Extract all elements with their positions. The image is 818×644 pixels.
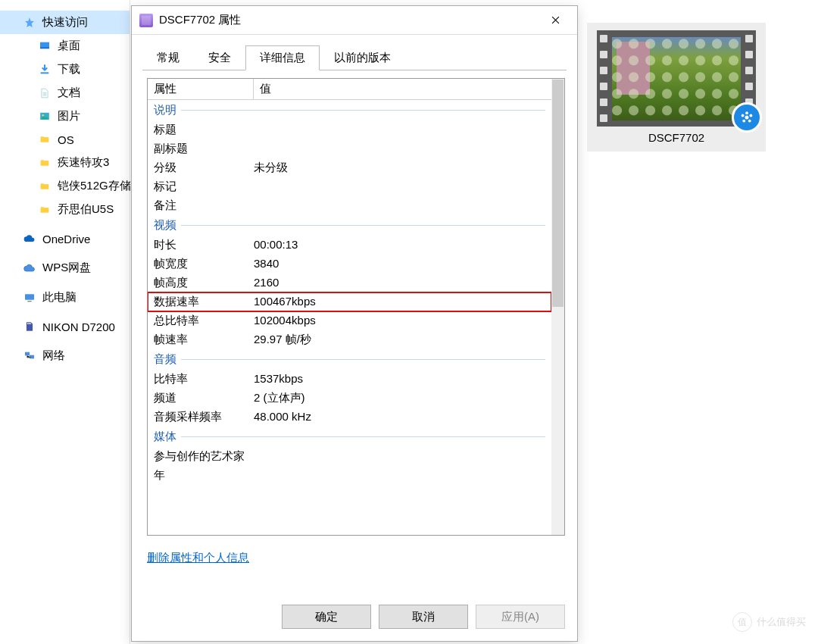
sidebar-wps[interactable]: WPS网盘 [0,256,130,280]
sidebar-item[interactable]: 桌面 [0,34,130,58]
svg-point-11 [750,114,753,117]
property-row[interactable]: 帧速率29.97 帧/秒 [148,330,551,349]
sidebar-item[interactable]: 铠侠512G存储 [0,174,130,198]
sidebar-label: WPS网盘 [42,261,91,275]
svg-rect-5 [25,294,34,299]
tab[interactable]: 详细信息 [245,45,320,70]
property-value: 00:00:13 [254,238,545,252]
svg-point-4 [42,114,44,116]
properties-list: 说明标题副标题分级未分级标记备注视频时长00:00:13帧宽度3840帧高度21… [148,100,551,535]
svg-point-14 [742,114,745,117]
property-row[interactable]: 时长00:00:13 [148,236,551,255]
property-label: 标记 [154,180,254,194]
sidebar-nikon[interactable]: NIKON D7200 [0,315,130,338]
svg-point-13 [742,120,745,123]
property-row[interactable]: 标题 [148,120,551,139]
property-label: 副标题 [154,142,254,156]
sidebar-item[interactable]: OS [0,128,130,151]
svg-rect-1 [40,47,49,48]
cancel-button[interactable]: 取消 [379,605,468,629]
property-label: 数据速率 [154,295,254,309]
property-label: 帧速率 [154,333,254,347]
sidebar-item[interactable]: 乔思伯U5S [0,198,130,221]
sidebar-label: OneDrive [42,233,90,245]
tab[interactable]: 以前的版本 [320,45,405,70]
property-value: 2 (立体声) [254,391,545,405]
property-row[interactable]: 频道2 (立体声) [148,389,551,408]
svg-rect-8 [30,355,34,358]
sidebar-onedrive[interactable]: OneDrive [0,227,130,250]
property-row[interactable]: 帧宽度3840 [148,255,551,274]
video-thumbnail-icon [597,30,756,127]
property-label: 频道 [154,391,254,405]
pc-icon [23,291,36,305]
property-row[interactable]: 参与创作的艺术家 [148,447,551,466]
close-icon [551,16,560,24]
property-value: 102004kbps [254,314,545,328]
property-label: 时长 [154,238,254,252]
property-value: 48.000 kHz [254,410,545,424]
property-row[interactable]: 比特率1537kbps [148,370,551,389]
ok-button[interactable]: 确定 [282,605,371,629]
folder-icon [38,203,52,217]
properties-dialog: DSCF7702 属性 常规安全详细信息以前的版本 属性 值 说明标题副标题分级… [131,5,578,642]
watermark: 值 什么值得买 [732,612,806,632]
property-row[interactable]: 数据速率100467kbps [148,292,551,311]
property-row[interactable]: 音频采样频率48.000 kHz [148,408,551,427]
sidebar-network[interactable]: 网络 [0,344,130,367]
file-thumbnail[interactable]: DSCF7702 [587,23,766,152]
property-label: 参与创作的艺术家 [154,449,254,464]
property-value: 未分级 [254,161,545,175]
sidebar-item-label: OS [58,133,74,146]
property-row[interactable]: 标记 [148,177,551,196]
property-label: 分级 [154,161,254,175]
tab[interactable]: 安全 [194,45,245,70]
property-value [254,468,545,483]
property-value: 1537kbps [254,372,545,386]
folder-icon [38,133,52,146]
cloud-icon [23,261,36,275]
property-row[interactable]: 备注 [148,196,551,215]
watermark-text: 什么值得买 [757,615,806,629]
scrollbar[interactable] [551,79,564,535]
mov-file-icon [139,14,153,27]
property-label: 标题 [154,123,254,137]
sidebar-quick-access[interactable]: 快速访问 [0,11,130,34]
dialog-titlebar[interactable]: DSCF7702 属性 [132,6,577,35]
document-icon [38,86,52,100]
property-label: 备注 [154,199,254,213]
property-row[interactable]: 总比特率102004kbps [148,311,551,330]
tab[interactable]: 常规 [142,45,194,70]
close-button[interactable] [541,10,570,31]
sidebar-item[interactable]: 下载 [0,58,130,81]
sidebar-item[interactable]: 图片 [0,105,130,128]
property-row[interactable]: 年 [148,466,551,485]
dialog-button-row: 确定 取消 应用(A) [132,596,577,641]
picture-icon [38,110,52,123]
remove-properties-link[interactable]: 删除属性和个人信息 [147,551,249,564]
sidebar-item-label: 图片 [58,109,80,123]
scrollbar-thumb[interactable] [552,80,564,307]
desktop-icon [38,39,52,53]
svg-point-10 [745,111,748,114]
header-value: 值 [254,79,564,99]
sidebar-item[interactable]: 疾速特攻3 [0,151,130,174]
property-row[interactable]: 副标题 [148,139,551,158]
property-label: 帧宽度 [154,257,254,271]
property-row[interactable]: 分级未分级 [148,158,551,177]
property-value [254,180,545,194]
property-label: 比特率 [154,372,254,386]
sidebar-item-label: 下载 [58,62,80,77]
sidebar-item[interactable]: 文档 [0,81,130,105]
folder-icon [38,180,52,193]
properties-header: 属性 值 [148,79,564,100]
sidebar-item-label: 铠侠512G存储 [58,179,131,193]
sidebar-label: 快速访问 [42,15,88,30]
svg-rect-7 [25,352,30,355]
property-row[interactable]: 帧高度2160 [148,274,551,292]
star-icon [23,16,36,30]
folder-icon [38,156,52,170]
sidebar-item-label: 桌面 [58,39,80,53]
sidebar-thispc[interactable]: 此电脑 [0,286,130,309]
file-area: DSCF7702 [587,23,769,152]
